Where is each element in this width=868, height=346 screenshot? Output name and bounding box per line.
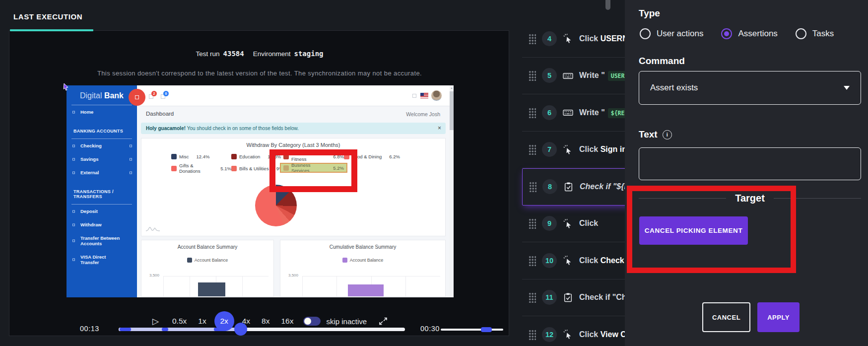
cumulative-balance-card: Cumulative Balance Summary Account Balan… [280, 240, 446, 297]
test-steps-list: 4 Click USERNAME 5 Write "USER [522, 20, 641, 346]
legend-item[interactable]: Gifts & Donations 5.1% [171, 164, 231, 172]
click-icon [563, 329, 573, 340]
fullscreen-icon[interactable] [378, 316, 388, 326]
info-icon[interactable]: i [663, 130, 672, 139]
step-number: 11 [542, 290, 557, 305]
us-flag-icon[interactable] [420, 93, 428, 98]
radio-icon[interactable] [796, 28, 806, 39]
type-section-label: Type [639, 8, 660, 19]
speed-button[interactable]: 4x [239, 311, 254, 331]
scrollbar[interactable]: ▲ [450, 85, 454, 297]
speed-button[interactable]: 8x [258, 311, 273, 331]
scroll-up-icon[interactable]: ▲ [450, 85, 454, 90]
record-indicator-button[interactable] [129, 89, 145, 106]
play-button[interactable]: ▷ [152, 316, 164, 327]
chevron-down-icon [844, 86, 850, 93]
bank-nav-item[interactable]: VISA Direct Transfer [71, 250, 132, 269]
legend-swatch [231, 166, 237, 171]
nav-bullet-icon [72, 210, 75, 212]
nav-bullet-icon [72, 223, 75, 226]
legend-value: 5.1% [220, 166, 231, 171]
step-number: 4 [542, 31, 557, 46]
drag-handle-icon[interactable] [528, 255, 536, 266]
notification-icon[interactable]: 2 [149, 94, 153, 99]
text-input[interactable] [639, 147, 861, 180]
volume-slider[interactable] [441, 329, 503, 331]
nav-bullet-icon [72, 171, 75, 174]
drag-handle-icon[interactable] [528, 292, 536, 303]
step-number: 10 [542, 253, 557, 268]
bank-nav-item[interactable]: Withdraw [71, 218, 132, 231]
step-number: 5 [542, 68, 557, 83]
test-step-row[interactable]: 11 Check if "Ch [522, 279, 641, 317]
command-select[interactable]: Assert exists [639, 71, 861, 105]
test-step-row[interactable]: 4 Click USERNAME [522, 20, 641, 58]
skip-inactive-label: skip inactive [326, 317, 367, 326]
drag-handle-icon[interactable] [528, 218, 536, 229]
assert-check-icon [563, 182, 574, 192]
test-step-row[interactable]: 8 Check if "${L [522, 168, 641, 206]
test-step-row[interactable]: 10 Click Check [522, 242, 641, 279]
step-number: 7 [542, 142, 557, 157]
drag-handle-icon[interactable] [528, 33, 536, 44]
drag-handle-icon[interactable] [528, 70, 536, 81]
nav-label: External [80, 170, 99, 175]
step-number: 12 [542, 327, 557, 342]
type-radio-option[interactable]: Tasks [796, 28, 834, 39]
cancel-button[interactable]: CANCEL [702, 302, 750, 332]
close-icon[interactable]: × [438, 123, 441, 134]
test-step-row[interactable]: 6 Write "${RE [522, 94, 641, 132]
avatar[interactable] [431, 90, 442, 101]
apply-button[interactable]: APPLY [757, 302, 800, 332]
badge-count: 0 [163, 91, 169, 96]
drag-handle-icon[interactable] [528, 144, 536, 155]
speed-button[interactable]: 1x [195, 311, 209, 331]
test-step-row[interactable]: 9 Click [522, 206, 641, 243]
bank-nav-item[interactable]: BANKING ACCOUNTS [71, 125, 132, 139]
tab-last-execution[interactable]: LAST EXECUTION [13, 12, 82, 21]
legend-item[interactable]: Misc 12.4% [171, 152, 231, 160]
type-radio-option[interactable]: User actions [640, 28, 703, 39]
volume-knob[interactable] [481, 327, 492, 332]
nav-label: VISA Direct Transfer [80, 254, 106, 265]
message-icon[interactable]: 0 [161, 94, 165, 99]
scrollbar-thumb[interactable] [450, 91, 454, 130]
step-label: Click Check [579, 256, 624, 265]
annotation-rectangle-target [627, 186, 796, 273]
radio-icon[interactable] [640, 28, 651, 39]
speed-button[interactable]: 2x [214, 311, 234, 331]
bank-nav-item[interactable]: Checking [71, 139, 132, 152]
drag-handle-icon[interactable] [528, 329, 536, 340]
bank-nav-item[interactable]: Home [71, 105, 132, 119]
test-step-row[interactable]: 12 Click View C [522, 316, 641, 346]
drag-handle-icon[interactable] [529, 181, 536, 192]
step-label: Write "USER [579, 71, 627, 80]
nav-label: Checking [80, 143, 102, 148]
bank-nav-item[interactable]: TRANSACTIONS / TRANSFERS [71, 185, 132, 205]
skip-inactive-toggle[interactable] [303, 317, 321, 326]
timeline-marker[interactable] [120, 328, 131, 331]
bank-nav-item[interactable]: External [71, 166, 132, 179]
speed-button[interactable]: 0.5x [169, 311, 190, 331]
legend-value: 6.2% [389, 154, 400, 159]
test-step-row[interactable]: 5 Write "USER [522, 58, 641, 95]
type-radio-option[interactable]: Assertions [721, 28, 777, 39]
test-step-row[interactable]: 7 Click Sign in [522, 132, 641, 169]
badge-count: 2 [151, 91, 157, 96]
step-number: 8 [542, 179, 557, 194]
click-icon [563, 144, 573, 155]
steps-scrollbar-thumb[interactable] [605, 0, 610, 10]
bank-nav-item[interactable]: Deposit [71, 205, 132, 218]
bank-nav-item[interactable]: Savings [71, 152, 132, 166]
nav-label: Savings [80, 156, 98, 162]
radio-icon[interactable] [721, 28, 732, 39]
keyboard-icon [563, 107, 573, 118]
video-frame[interactable]: Digital Bank Home [67, 85, 454, 297]
nav-bullet-icon [130, 144, 132, 147]
card-title: Account Balance Summary [141, 244, 273, 250]
drag-handle-icon[interactable] [528, 107, 536, 118]
bank-nav-item[interactable]: Transfer Between Accounts [71, 231, 132, 250]
bank-sidebar: Digital Bank Home [67, 85, 137, 297]
settings-icon[interactable] [412, 94, 416, 98]
speed-button[interactable]: 16x [277, 311, 297, 331]
